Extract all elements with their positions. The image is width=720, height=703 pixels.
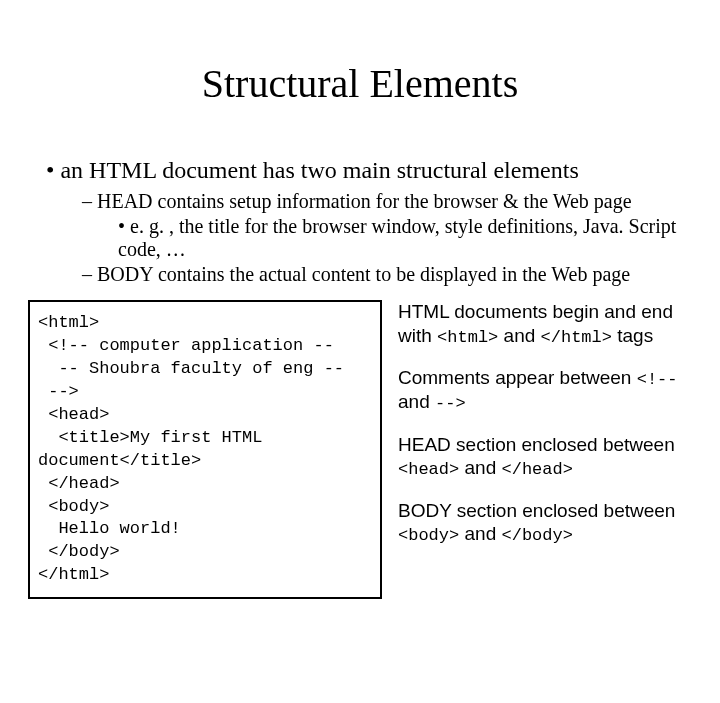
bullet-list: an HTML document has two main structural… bbox=[28, 157, 692, 286]
note-body: BODY section enclosed between <body> and… bbox=[398, 499, 692, 547]
code-line: </head> bbox=[38, 473, 372, 496]
slide: Structural Elements an HTML document has… bbox=[0, 0, 720, 703]
bullet-l1: an HTML document has two main structural… bbox=[46, 157, 692, 286]
code-line: <title>My first HTML bbox=[38, 427, 372, 450]
bullet-l3a-text: e. g. , the title for the browser window… bbox=[118, 215, 676, 260]
bullet-list-l3: e. g. , the title for the browser window… bbox=[82, 215, 692, 261]
note-head: HEAD section enclosed between <head> and… bbox=[398, 433, 692, 481]
note-text: and bbox=[498, 325, 540, 346]
slide-title: Structural Elements bbox=[28, 60, 692, 107]
code-inline: <head> bbox=[398, 460, 459, 479]
bullet-list-l2: HEAD contains setup information for the … bbox=[46, 190, 692, 286]
code-line: <html> bbox=[38, 312, 372, 335]
bullet-l2a-text: HEAD contains setup information for the … bbox=[97, 190, 632, 212]
code-inline: <!-- bbox=[637, 370, 678, 389]
code-inline: </head> bbox=[501, 460, 572, 479]
code-inline: <html> bbox=[437, 328, 498, 347]
code-line: Hello world! bbox=[38, 518, 372, 541]
lower-row: <html><!-- computer application ---- Sho… bbox=[28, 300, 692, 599]
note-text: tags bbox=[612, 325, 653, 346]
note-text: and bbox=[459, 457, 501, 478]
code-inline: --> bbox=[435, 394, 466, 413]
note-text: and bbox=[398, 391, 435, 412]
note-text: and bbox=[459, 523, 501, 544]
code-inline: </html> bbox=[541, 328, 612, 347]
code-line: --> bbox=[38, 381, 372, 404]
code-line: </html> bbox=[38, 564, 372, 587]
notes-column: HTML documents begin and end with <html>… bbox=[382, 300, 692, 565]
code-inline: </body> bbox=[501, 526, 572, 545]
code-line: <!-- computer application -- bbox=[38, 335, 372, 358]
code-inline: <body> bbox=[398, 526, 459, 545]
note-text: HEAD section enclosed between bbox=[398, 434, 675, 455]
code-line: <head> bbox=[38, 404, 372, 427]
bullet-l3a: e. g. , the title for the browser window… bbox=[118, 215, 692, 261]
bullet-l1-text: an HTML document has two main structural… bbox=[60, 157, 578, 183]
bullet-l2a: HEAD contains setup information for the … bbox=[82, 190, 692, 261]
note-text: Comments appear between bbox=[398, 367, 637, 388]
bullet-l2b: BODY contains the actual content to be d… bbox=[82, 263, 692, 286]
code-example-box: <html><!-- computer application ---- Sho… bbox=[28, 300, 382, 599]
code-line: -- Shoubra faculty of eng -- bbox=[38, 358, 372, 381]
code-line: </body> bbox=[38, 541, 372, 564]
code-line: document</title> bbox=[38, 450, 372, 473]
code-line: <body> bbox=[38, 496, 372, 519]
note-html-tags: HTML documents begin and end with <html>… bbox=[398, 300, 692, 348]
note-text: BODY section enclosed between bbox=[398, 500, 675, 521]
bullet-l2b-text: BODY contains the actual content to be d… bbox=[97, 263, 630, 285]
note-comments: Comments appear between <!-- and --> bbox=[398, 366, 692, 415]
